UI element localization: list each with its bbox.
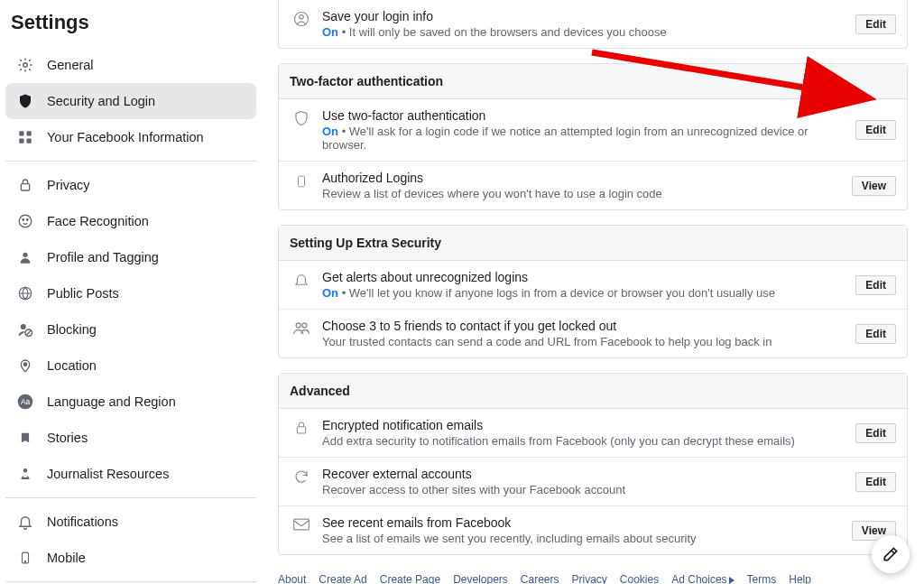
two-factor-row-title: Authorized Logins <box>322 171 843 185</box>
svg-point-23 <box>300 15 304 20</box>
sidebar-item-label: Blocking <box>47 322 97 337</box>
extra-security-row-title: Get alerts about unrecognized logins <box>322 270 846 284</box>
sidebar-item-general[interactable]: General <box>5 47 256 83</box>
sidebar-item-blocking[interactable]: Blocking <box>5 311 256 348</box>
sidebar-item-profile-and-tagging[interactable]: Profile and Tagging <box>5 239 256 275</box>
sidebar-item-label: Public Posts <box>47 286 119 301</box>
sidebar-item-mobile[interactable]: Mobile <box>5 540 256 576</box>
svg-rect-18 <box>23 476 28 477</box>
footer-link-ad-choices[interactable]: Ad Choices <box>671 573 734 584</box>
mobile-outline-icon <box>290 171 313 190</box>
sidebar-item-public-posts[interactable]: Public Posts <box>5 275 256 311</box>
two-factor-header: Two-factor authentication <box>279 64 907 99</box>
sidebar-item-language-and-region[interactable]: AaLanguage and Region <box>5 384 256 420</box>
sidebar-item-label: Language and Region <box>47 394 176 409</box>
bell-outline-icon <box>290 270 313 288</box>
svg-rect-4 <box>27 139 32 144</box>
friends-icon <box>290 319 313 335</box>
svg-point-0 <box>23 63 28 68</box>
advanced-row-title: Encrypted notification emails <box>322 418 846 432</box>
sidebar-item-journalist-resources[interactable]: Journalist Resources <box>5 456 256 492</box>
svg-rect-1 <box>19 131 23 135</box>
sidebar-item-label: Journalist Resources <box>47 467 169 481</box>
advanced-edit-button[interactable]: Edit <box>855 423 896 443</box>
sidebar-item-notifications[interactable]: Notifications <box>5 504 256 540</box>
sidebar-item-face-recognition[interactable]: Face Recognition <box>5 203 256 239</box>
footer-link-cookies[interactable]: Cookies <box>620 573 659 584</box>
padlock-icon <box>290 418 313 436</box>
sidebar-item-label: Stories <box>47 431 88 445</box>
footer-link-create-ad[interactable]: Create Ad <box>319 573 366 584</box>
sidebar-item-your-facebook-information[interactable]: Your Facebook Information <box>5 119 256 155</box>
footer-link-developers[interactable]: Developers <box>453 573 508 584</box>
envelope-icon <box>290 515 313 532</box>
extra-security-header: Setting Up Extra Security <box>279 226 907 261</box>
footer-link-privacy[interactable]: Privacy <box>572 573 607 584</box>
svg-point-17 <box>23 468 28 473</box>
advanced-card: Advanced Encrypted notification emailsAd… <box>278 373 908 555</box>
svg-text:Aa: Aa <box>21 397 31 406</box>
lock-icon <box>14 175 36 195</box>
svg-rect-3 <box>19 139 23 144</box>
compose-fab[interactable] <box>872 535 910 573</box>
bookmark-icon <box>14 428 36 448</box>
sidebar-item-label: Mobile <box>47 551 86 565</box>
sidebar-item-label: Face Recognition <box>47 214 149 228</box>
footer-link-help[interactable]: Help <box>789 573 811 584</box>
svg-point-6 <box>19 215 32 227</box>
sidebar-item-label: Security and Login <box>47 94 155 108</box>
globe-icon <box>14 283 36 303</box>
extra-security-edit-button[interactable]: Edit <box>855 324 896 344</box>
sidebar-item-stories[interactable]: Stories <box>5 420 256 456</box>
journalist-icon <box>14 464 36 484</box>
nav-divider <box>5 497 256 498</box>
refresh-icon <box>290 467 313 485</box>
two-factor-row-0: Use two-factor authenticationOn • We'll … <box>279 99 907 162</box>
svg-rect-24 <box>299 176 305 187</box>
extra-security-row-desc: Your trusted contacts can send a code an… <box>322 335 846 348</box>
sidebar: Settings GeneralSecurity and LoginYour F… <box>0 0 262 584</box>
svg-point-25 <box>296 323 300 328</box>
user-icon <box>14 247 36 267</box>
gear-icon <box>14 55 36 75</box>
advanced-row-1: Recover external accountsRecover access … <box>279 458 907 506</box>
sidebar-item-label: General <box>47 58 94 72</box>
two-factor-row-desc: Review a list of devices where you won't… <box>322 187 843 200</box>
sidebar-item-location[interactable]: Location <box>5 348 256 384</box>
advanced-row-title: Recover external accounts <box>322 467 846 481</box>
sidebar-item-label: Profile and Tagging <box>47 250 159 264</box>
advanced-edit-button[interactable]: Edit <box>855 472 896 492</box>
edit-icon <box>882 545 900 563</box>
footer-link-terms[interactable]: Terms <box>747 573 777 584</box>
two-factor-row-desc: On • We'll ask for a login code if we no… <box>322 125 846 152</box>
sidebar-item-label: Your Facebook Information <box>47 130 204 144</box>
shield-icon <box>14 91 36 111</box>
footer-link-careers[interactable]: Careers <box>521 573 559 584</box>
shield-outline-icon <box>290 108 313 126</box>
svg-rect-2 <box>27 131 32 135</box>
advanced-row-desc: Add extra security to notification email… <box>322 434 846 448</box>
two-factor-card: Two-factor authentication Use two-factor… <box>278 63 908 210</box>
extra-security-edit-button[interactable]: Edit <box>855 275 896 295</box>
advanced-row-desc: Recover access to other sites with your … <box>322 483 846 496</box>
face-icon <box>14 211 36 231</box>
footer-link-create-page[interactable]: Create Page <box>380 573 440 584</box>
language-icon: Aa <box>14 392 36 412</box>
advanced-header: Advanced <box>279 374 907 409</box>
advanced-row-title: See recent emails from Facebook <box>322 515 843 530</box>
two-factor-view-button[interactable]: View <box>852 176 896 196</box>
svg-rect-27 <box>297 427 305 433</box>
svg-point-7 <box>23 219 24 221</box>
footer-link-about[interactable]: About <box>278 573 306 584</box>
advanced-row-0: Encrypted notification emailsAdd extra s… <box>279 409 907 458</box>
svg-point-20 <box>24 561 25 562</box>
edit-save-login-button[interactable]: Edit <box>855 14 896 34</box>
extra-security-row-title: Choose 3 to 5 friends to contact if you … <box>322 319 846 333</box>
save-login-card: Save your login info On • It will only b… <box>278 0 908 49</box>
save-login-title: Save your login info <box>322 9 846 23</box>
footer: AboutCreate AdCreate PageDevelopersCaree… <box>278 570 908 584</box>
sidebar-item-security-and-login[interactable]: Security and Login <box>5 83 256 119</box>
svg-rect-5 <box>21 184 29 190</box>
two-factor-edit-button[interactable]: Edit <box>855 120 896 140</box>
sidebar-item-privacy[interactable]: Privacy <box>5 167 256 203</box>
